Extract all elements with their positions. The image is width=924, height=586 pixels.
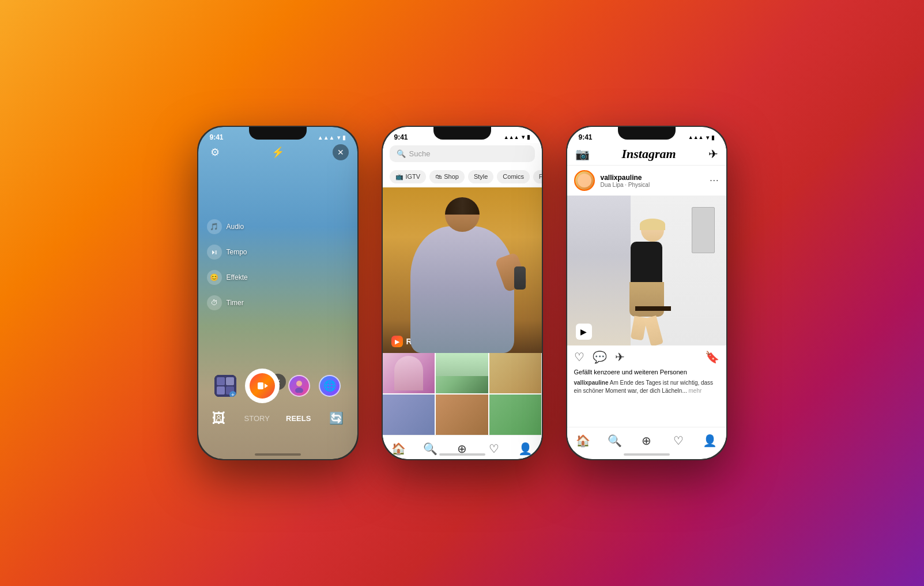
- post-user-info: vallixpauline Dua Lipa · Physical: [601, 174, 704, 188]
- grid-photo-3[interactable]: [489, 353, 542, 393]
- camera-header-icon[interactable]: 📷: [575, 147, 590, 161]
- gallery-icon[interactable]: +: [214, 375, 236, 397]
- post-username[interactable]: vallixpauline: [601, 174, 704, 182]
- svg-marker-8: [265, 384, 268, 388]
- home-indicator-2: [439, 453, 485, 456]
- wifi-icon: ▾: [337, 134, 340, 141]
- search-bar[interactable]: 🔍 Suche: [390, 145, 535, 162]
- explore-header: 🔍 Suche: [383, 143, 542, 167]
- flash-icon[interactable]: ⚡: [270, 144, 286, 160]
- wifi-icon-3: ▾: [706, 134, 709, 141]
- tab-film[interactable]: Film & Fern: [533, 170, 541, 183]
- search-placeholder: Suche: [409, 149, 431, 158]
- shop-icon: 🛍: [435, 173, 442, 180]
- explore-tabs: 📺 IGTV 🛍 Shop Style Comics Film & Fern: [383, 167, 542, 187]
- camera-row: +: [214, 369, 341, 403]
- phone-reels-capture: 9:41 ▲▲▲ ▾ ▮ ⚙ ⚡ ✕ 🎵 Audio ⏯ Tempo: [197, 126, 359, 460]
- status-bar-1: 9:41 ▲▲▲ ▾ ▮: [198, 127, 357, 143]
- signal-icon-3: ▲▲▲: [688, 134, 704, 140]
- profile-nav-icon[interactable]: 👤: [518, 441, 533, 456]
- reels-top-controls: ⚙ ⚡ ✕: [198, 144, 357, 160]
- shutter-button[interactable]: [245, 369, 280, 403]
- bookmark-icon[interactable]: 🔖: [705, 350, 719, 364]
- status-icons-2: ▲▲▲ ▾ ▮: [504, 134, 530, 140]
- svg-rect-1: [217, 377, 225, 385]
- home-indicator-1: [255, 453, 301, 456]
- tempo-icon: ⏯: [207, 245, 222, 260]
- settings-icon[interactable]: ⚙: [207, 144, 223, 160]
- audio-icon: 🎵: [207, 219, 222, 234]
- feed-search-icon[interactable]: 🔍: [607, 433, 622, 448]
- battery-icon-3: ▮: [711, 134, 715, 141]
- effects-menu-item[interactable]: 😊 Effekte: [207, 270, 248, 285]
- signal-icon: ▲▲▲: [318, 134, 335, 141]
- reels-tab[interactable]: REELS: [286, 414, 311, 423]
- grid-photo-6[interactable]: [489, 395, 542, 435]
- tab-shop[interactable]: 🛍 Shop: [429, 170, 465, 183]
- post-caption: vallixpauline Am Ende des Tages ist nur …: [567, 378, 726, 400]
- svg-rect-3: [217, 386, 225, 395]
- status-bar-2: 9:41 ▲▲▲ ▾ ▮: [383, 127, 542, 143]
- tempo-menu-item[interactable]: ⏯ Tempo: [207, 245, 248, 260]
- home-nav-icon[interactable]: 🏠: [391, 441, 406, 456]
- feed-profile-icon[interactable]: 👤: [703, 433, 718, 448]
- flip-camera-icon[interactable]: 🔄: [327, 409, 346, 427]
- grid-photo-4[interactable]: [383, 395, 435, 435]
- feed-bottom-nav: 🏠 🔍 ⊕ ♡ 👤: [567, 427, 726, 451]
- post-header: vallixpauline Dua Lipa · Physical ···: [567, 166, 726, 196]
- tab-comics[interactable]: Comics: [497, 170, 530, 183]
- status-icons-3: ▲▲▲ ▾ ▮: [688, 134, 715, 141]
- grid-photo-1[interactable]: [383, 353, 435, 393]
- comment-icon[interactable]: 💬: [593, 350, 607, 364]
- effects-label: Effekte: [227, 273, 248, 281]
- explore-photo-grid: [383, 353, 542, 435]
- tab-style[interactable]: Style: [468, 170, 493, 183]
- svg-point-10: [295, 388, 303, 393]
- post-more-options[interactable]: ···: [710, 175, 719, 186]
- wifi-icon-2: ▾: [522, 134, 525, 140]
- timer-menu-item[interactable]: ⏱ Timer: [207, 295, 248, 310]
- close-icon[interactable]: ✕: [333, 144, 349, 160]
- avatar-filter-2[interactable]: 🌐: [319, 375, 341, 397]
- explore-reel-video[interactable]: ▶ Reels: [383, 187, 542, 353]
- timer-icon: ⏱: [207, 295, 222, 310]
- grid-photo-5[interactable]: [436, 395, 488, 435]
- post-reels-icon: ▶: [576, 324, 592, 340]
- timer-label: Timer: [227, 299, 244, 307]
- post-avatar[interactable]: [574, 170, 595, 191]
- svg-text:+: +: [231, 392, 235, 397]
- story-tab[interactable]: STORY: [244, 414, 270, 423]
- like-icon[interactable]: ♡: [574, 350, 584, 364]
- feed-heart-icon[interactable]: ♡: [671, 433, 686, 448]
- reels-side-menu: 🎵 Audio ⏯ Tempo 😊 Effekte ⏱ Timer: [207, 219, 248, 310]
- post-actions: ♡ 💬 ✈ 🔖: [567, 345, 726, 369]
- avatar-filter-1[interactable]: [288, 375, 310, 397]
- time-3: 9:41: [579, 133, 593, 141]
- gallery-thumb-icon[interactable]: 🖼: [210, 409, 228, 427]
- instagram-logo: Instagram: [621, 146, 676, 161]
- shutter-inner: [250, 373, 275, 399]
- post-likes: Gefällt kenzoere und weiteren Personen: [567, 369, 726, 378]
- feed-header: 📷 Instagram ✈: [567, 143, 726, 166]
- status-icons-1: ▲▲▲ ▾ ▮: [318, 134, 346, 141]
- post-image: ▶: [567, 196, 726, 345]
- svg-point-9: [296, 381, 302, 386]
- search-icon: 🔍: [397, 149, 406, 158]
- reels-bottom-controls: +: [198, 369, 357, 427]
- share-icon[interactable]: ✈: [615, 350, 625, 364]
- tempo-label: Tempo: [227, 248, 247, 256]
- effects-icon: 😊: [207, 270, 222, 285]
- grid-photo-2[interactable]: [436, 353, 488, 393]
- heart-nav-icon[interactable]: ♡: [486, 441, 501, 456]
- audio-menu-item[interactable]: 🎵 Audio: [207, 219, 248, 234]
- svg-rect-2: [226, 377, 234, 385]
- feed-home-icon[interactable]: 🏠: [575, 433, 590, 448]
- send-header-icon[interactable]: ✈: [708, 147, 718, 161]
- status-bar-3: 9:41 ▲▲▲ ▾ ▮: [567, 127, 726, 143]
- tab-igtv[interactable]: 📺 IGTV: [390, 170, 427, 183]
- time-2: 9:41: [394, 133, 408, 141]
- search-nav-icon[interactable]: 🔍: [423, 441, 438, 456]
- time-1: 9:41: [210, 133, 224, 141]
- post-subtitle: Dua Lipa · Physical: [601, 182, 704, 188]
- feed-add-icon[interactable]: ⊕: [639, 433, 654, 448]
